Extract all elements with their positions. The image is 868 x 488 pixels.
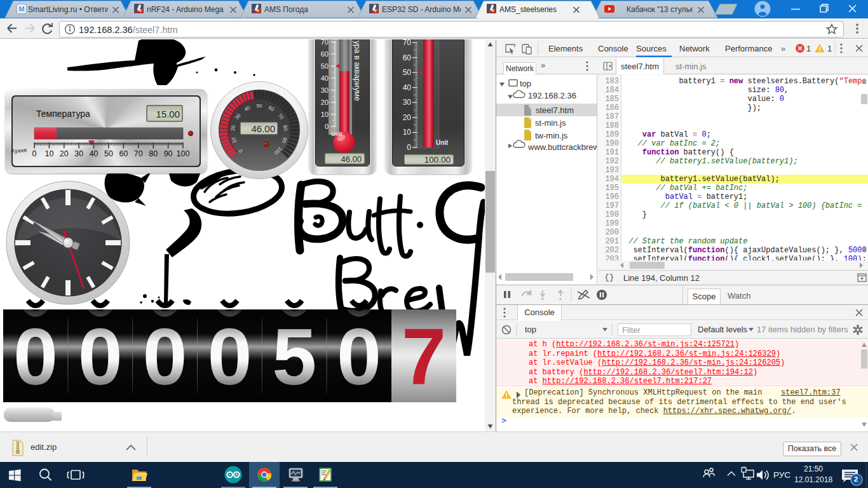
svg-text:30: 30 <box>403 98 412 107</box>
svg-text:Температура: Температура <box>36 109 90 119</box>
svg-text:70: 70 <box>403 39 412 47</box>
svg-text:ура в аквариуме: ура в аквариуме <box>353 41 362 101</box>
svg-text:50: 50 <box>257 103 262 109</box>
svg-text:90: 90 <box>164 149 173 158</box>
svg-text:80: 80 <box>149 149 158 158</box>
svg-text:50: 50 <box>321 62 329 70</box>
svg-text:0: 0 <box>325 123 329 130</box>
svg-text:30: 30 <box>74 149 83 158</box>
svg-text:0: 0 <box>32 149 37 158</box>
svg-text:40: 40 <box>90 149 98 158</box>
svg-text:50: 50 <box>403 68 412 77</box>
svg-text:60: 60 <box>321 50 329 58</box>
svg-text:100.00: 100.00 <box>424 155 451 165</box>
svg-text:40: 40 <box>403 83 412 92</box>
svg-text:Unit: Unit <box>436 139 449 146</box>
svg-text:10: 10 <box>44 149 53 158</box>
svg-text:100: 100 <box>177 149 190 158</box>
svg-text:20: 20 <box>403 113 412 122</box>
svg-text:60: 60 <box>119 149 128 158</box>
svg-text:20: 20 <box>321 98 329 106</box>
svg-text:46.00: 46.00 <box>251 123 275 134</box>
svg-text:10: 10 <box>321 111 329 118</box>
svg-text:60: 60 <box>403 53 412 62</box>
svg-text:10: 10 <box>403 128 412 137</box>
svg-text:40: 40 <box>321 74 329 82</box>
svg-text:20: 20 <box>60 149 69 158</box>
svg-text:M: M <box>18 5 24 13</box>
svg-text:70: 70 <box>134 149 143 158</box>
svg-text:30: 30 <box>321 86 329 94</box>
svg-text:15.00: 15.00 <box>156 109 180 119</box>
svg-text:Кухня: Кухня <box>11 147 27 154</box>
svg-text:Unit: Unit <box>331 131 342 137</box>
svg-text:46.00: 46.00 <box>341 154 362 164</box>
svg-text:0: 0 <box>407 143 411 152</box>
svg-text:50: 50 <box>104 149 113 158</box>
svg-text:70: 70 <box>321 39 329 46</box>
